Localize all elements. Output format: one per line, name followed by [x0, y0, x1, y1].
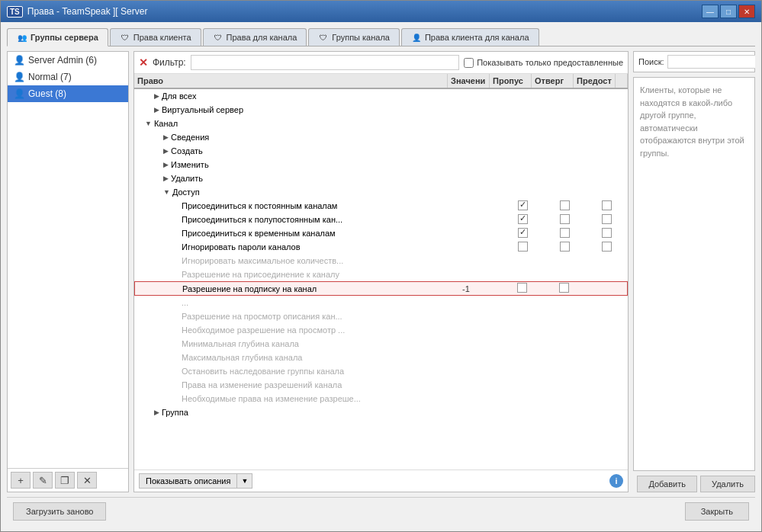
- chevron-down-icon: ▼: [145, 120, 152, 127]
- info-button[interactable]: i: [609, 474, 623, 488]
- sidebar: 👤 Server Admin (6) 👤 Normal (7) 👤 Guest …: [7, 51, 129, 492]
- filter-clear-button[interactable]: ✕: [139, 56, 148, 69]
- row-virtual-server[interactable]: ▶ Виртуальный сервер: [134, 103, 628, 117]
- join-permanent-deny-checkbox[interactable]: [560, 200, 570, 210]
- join-semipermanent-deny-checkbox[interactable]: [560, 214, 570, 224]
- reload-button[interactable]: Загрузить заново: [13, 502, 106, 521]
- row-view-desc-label: Разрешение на просмотр описания кан...: [134, 311, 460, 322]
- sidebar-list: 👤 Server Admin (6) 👤 Normal (7) 👤 Guest …: [8, 52, 128, 468]
- titlebar-controls: — □ ✕: [702, 5, 755, 18]
- center-bottom-bar: Показывать описания ▼ i: [134, 470, 628, 492]
- server-admin-icon: 👤: [14, 55, 24, 66]
- content-area: 👥 Группы сервера 🛡 Права клиента 🛡 Права…: [1, 22, 761, 531]
- row-virtual-server-label: ▶ Виртуальный сервер: [134, 104, 460, 115]
- row-ignore-passwords[interactable]: Игнорировать пароли каналов: [134, 240, 628, 254]
- tab-client-channel-rights[interactable]: 👤 Права клиента для канала: [401, 28, 539, 46]
- row-join-semipermanent-label: Присоединиться к полупостоянным кан...: [134, 214, 460, 225]
- row-subscribe-perm-value: -1: [459, 284, 501, 294]
- sidebar-delete-button[interactable]: ✕: [77, 472, 97, 489]
- filter-input[interactable]: [191, 55, 460, 70]
- row-stop-inherit[interactable]: Остановить наследование группы канала: [134, 364, 628, 378]
- ignore-passwords-grant-checkbox[interactable]: [602, 242, 612, 252]
- row-subscribe-perm-label: Разрешение на подписку на канал: [135, 284, 459, 294]
- row-channel[interactable]: ▼ Канал: [134, 117, 628, 130]
- row-join-temp[interactable]: Присоединиться к временным каналам: [134, 226, 628, 240]
- row-min-depth[interactable]: Минимальная глубина канала: [134, 337, 628, 351]
- tab-server-groups[interactable]: 👥 Группы сервера: [7, 28, 108, 46]
- sidebar-edit-button[interactable]: ✎: [33, 472, 53, 489]
- row-join-temp-label: Присоединиться к временным каналам: [134, 228, 460, 239]
- row-info[interactable]: ▶ Сведения: [134, 130, 628, 144]
- row-join-permanent[interactable]: Присоединиться к постоянным каналам: [134, 199, 628, 213]
- sidebar-item-normal[interactable]: 👤 Normal (7): [8, 69, 128, 85]
- search-bar: Поиск:: [633, 51, 755, 72]
- channel-groups-icon: 🛡: [318, 32, 329, 43]
- tab-client-rights[interactable]: 🛡 Права клиента: [110, 28, 201, 46]
- row-change-perms-label: Права на изменение разрешений канала: [134, 380, 460, 390]
- add-right-button[interactable]: Добавить: [637, 476, 697, 492]
- row-access[interactable]: ▼ Доступ: [134, 185, 628, 199]
- row-req-view-label: Необходимое разрешение на просмотр ...: [134, 325, 460, 335]
- row-join-perm[interactable]: Разрешение на присоединение к каналу: [134, 268, 628, 281]
- minimize-button[interactable]: —: [702, 5, 719, 18]
- row-ignore-max[interactable]: Игнорировать максимальное количеств...: [134, 254, 628, 268]
- row-ignore-passwords-label: Игнорировать пароли каналов: [134, 242, 460, 252]
- sidebar-item-server-admin[interactable]: 👤 Server Admin (6): [8, 52, 128, 69]
- row-req-change-perms[interactable]: Необходимые права на изменение разреше..…: [134, 392, 628, 405]
- join-temp-grant-checkbox[interactable]: [602, 228, 612, 238]
- delete-right-button[interactable]: Удалить: [700, 476, 755, 492]
- tab-channel-rights[interactable]: 🛡 Права для канала: [203, 28, 307, 46]
- row-join-perm-label: Разрешение на присоединение к каналу: [134, 269, 460, 280]
- join-temp-deny-checkbox[interactable]: [560, 228, 570, 238]
- rights-table: Право Значени Пропус Отверг Предост ▶ Дл…: [134, 74, 628, 470]
- filter-checkbox[interactable]: [464, 58, 474, 68]
- row-join-semipermanent[interactable]: Присоединиться к полупостоянным кан...: [134, 213, 628, 226]
- row-max-depth[interactable]: Максимальная глубина канала: [134, 351, 628, 364]
- table-header: Право Значени Пропус Отверг Предост: [134, 74, 628, 89]
- row-for-all[interactable]: ▶ Для всех: [134, 89, 628, 103]
- col-value: Значени: [448, 74, 490, 88]
- subscribe-perm-deny-checkbox[interactable]: [559, 283, 569, 293]
- right-panel: Поиск: Клиенты, которые не находятся в к…: [633, 51, 755, 492]
- sidebar-copy-button[interactable]: ❐: [55, 472, 75, 489]
- row-change[interactable]: ▶ Изменить: [134, 158, 628, 171]
- show-descriptions-button[interactable]: Показывать описания ▼: [139, 473, 252, 489]
- row-delete[interactable]: ▶ Удалить: [134, 171, 628, 185]
- join-permanent-grant-checkbox[interactable]: [602, 200, 612, 210]
- col-right: Право: [134, 74, 448, 88]
- show-desc-arrow-icon: ▼: [237, 475, 252, 487]
- row-ellipsis[interactable]: ...: [134, 296, 628, 309]
- join-semipermanent-grant-checkbox[interactable]: [602, 214, 612, 224]
- row-ellipsis-label: ...: [134, 297, 460, 308]
- ignore-passwords-skip-checkbox[interactable]: [518, 242, 528, 252]
- join-permanent-skip-checkbox[interactable]: [518, 200, 528, 210]
- client-rights-icon: 🛡: [120, 32, 130, 43]
- search-input[interactable]: [667, 55, 755, 69]
- join-temp-skip-checkbox[interactable]: [518, 228, 528, 238]
- row-req-view[interactable]: Необходимое разрешение на просмотр ...: [134, 323, 628, 337]
- close-button[interactable]: Закрыть: [685, 502, 749, 521]
- main-panel: 👤 Server Admin (6) 👤 Normal (7) 👤 Guest …: [7, 51, 755, 492]
- tab-channel-groups[interactable]: 🛡 Группы канала: [308, 28, 400, 46]
- row-change-perms[interactable]: Права на изменение разрешений канала: [134, 378, 628, 392]
- maximize-button[interactable]: □: [720, 5, 737, 18]
- chevron-right-icon: ▶: [163, 161, 169, 168]
- ignore-passwords-deny-checkbox[interactable]: [560, 242, 570, 252]
- row-subscribe-perm[interactable]: Разрешение на подписку на канал -1: [134, 281, 628, 296]
- close-window-button[interactable]: ✕: [738, 5, 755, 18]
- center-panel: ✕ Фильтр: Показывать только предоставлен…: [133, 51, 629, 492]
- sidebar-add-button[interactable]: +: [11, 472, 31, 489]
- table-body: ▶ Для всех ▶ Виртуальн: [134, 89, 628, 470]
- row-group[interactable]: ▶ Группа: [134, 405, 628, 419]
- tab-bar: 👥 Группы сервера 🛡 Права клиента 🛡 Права…: [7, 28, 755, 46]
- row-view-desc[interactable]: Разрешение на просмотр описания кан...: [134, 309, 628, 323]
- col-grant: Предост: [574, 74, 616, 88]
- join-semipermanent-skip-checkbox[interactable]: [518, 214, 528, 224]
- sidebar-item-guest[interactable]: 👤 Guest (8): [8, 85, 128, 102]
- row-create[interactable]: ▶ Создать: [134, 144, 628, 158]
- col-scroll: [616, 74, 628, 88]
- filter-checkbox-label[interactable]: Показывать только предоставленные: [464, 58, 623, 68]
- channel-rights-icon: 🛡: [213, 32, 223, 43]
- subscribe-perm-skip-checkbox[interactable]: [517, 283, 527, 293]
- col-skip: Пропус: [490, 74, 532, 88]
